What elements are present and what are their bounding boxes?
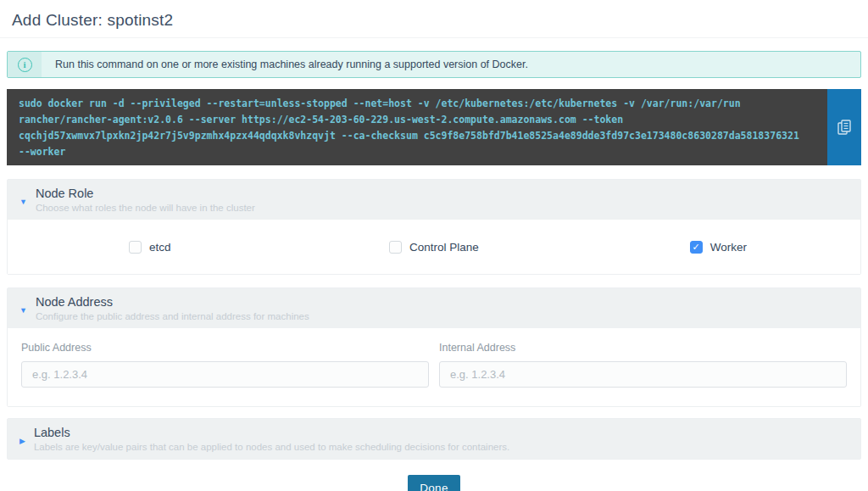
worker-checkbox[interactable]: ✓ bbox=[690, 241, 703, 254]
control-plane-checkbox[interactable]: ✓ bbox=[389, 241, 402, 254]
internal-address-input[interactable] bbox=[439, 361, 847, 388]
copy-to-clipboard-button[interactable] bbox=[827, 89, 861, 165]
node-address-fields: Public Address Internal Address bbox=[8, 328, 860, 406]
labels-section: ▶ Labels Labels are key/value pairs that… bbox=[7, 418, 861, 460]
page-title: Add Cluster: spotinst2 bbox=[12, 11, 856, 30]
etcd-checkbox[interactable]: ✓ bbox=[129, 241, 142, 254]
info-banner-text: Run this command on one or more existing… bbox=[42, 52, 528, 77]
node-role-header[interactable]: ▼ Node Role Choose what roles the node w… bbox=[8, 180, 860, 220]
node-address-title: Node Address bbox=[36, 295, 309, 309]
info-icon-wrap: i bbox=[8, 52, 42, 77]
public-address-input[interactable] bbox=[21, 361, 429, 388]
chevron-down-icon[interactable]: ▼ bbox=[19, 198, 27, 206]
done-button[interactable]: Done bbox=[408, 475, 459, 491]
labels-header[interactable]: ▶ Labels Labels are key/value pairs that… bbox=[8, 419, 860, 459]
footer: Done bbox=[0, 475, 868, 491]
role-option-control-plane[interactable]: ✓ Control Plane bbox=[389, 241, 479, 254]
etcd-label: etcd bbox=[149, 241, 171, 254]
node-role-subtitle: Choose what roles the node will have in … bbox=[36, 203, 255, 213]
internal-address-label: Internal Address bbox=[439, 342, 847, 354]
docker-command-text[interactable]: sudo docker run -d --privileged --restar… bbox=[7, 89, 827, 165]
node-address-subtitle: Configure the public address and interna… bbox=[36, 311, 309, 321]
role-option-etcd[interactable]: ✓ etcd bbox=[129, 241, 171, 254]
role-option-worker[interactable]: ✓ Worker bbox=[690, 241, 747, 254]
clipboard-icon bbox=[837, 120, 852, 136]
info-banner: i Run this command on one or more existi… bbox=[7, 51, 861, 78]
labels-title: Labels bbox=[34, 426, 509, 439]
docker-command-block: sudo docker run -d --privileged --restar… bbox=[7, 89, 861, 165]
node-address-header[interactable]: ▼ Node Address Configure the public addr… bbox=[8, 288, 860, 328]
add-cluster-page: Add Cluster: spotinst2 i Run this comman… bbox=[0, 0, 868, 491]
page-header: Add Cluster: spotinst2 bbox=[0, 0, 868, 38]
node-role-section: ▼ Node Role Choose what roles the node w… bbox=[7, 179, 861, 275]
node-role-title: Node Role bbox=[36, 187, 255, 200]
chevron-right-icon[interactable]: ▶ bbox=[19, 438, 25, 445]
chevron-down-icon[interactable]: ▼ bbox=[19, 307, 27, 315]
info-circle-icon: i bbox=[18, 58, 32, 72]
public-address-label: Public Address bbox=[21, 342, 429, 354]
node-role-options: ✓ etcd ✓ Control Plane ✓ Worker bbox=[8, 220, 860, 274]
node-address-section: ▼ Node Address Configure the public addr… bbox=[7, 287, 861, 407]
worker-label: Worker bbox=[710, 241, 747, 254]
control-plane-label: Control Plane bbox=[409, 241, 479, 254]
labels-subtitle: Labels are key/value pairs that can be a… bbox=[34, 442, 509, 452]
